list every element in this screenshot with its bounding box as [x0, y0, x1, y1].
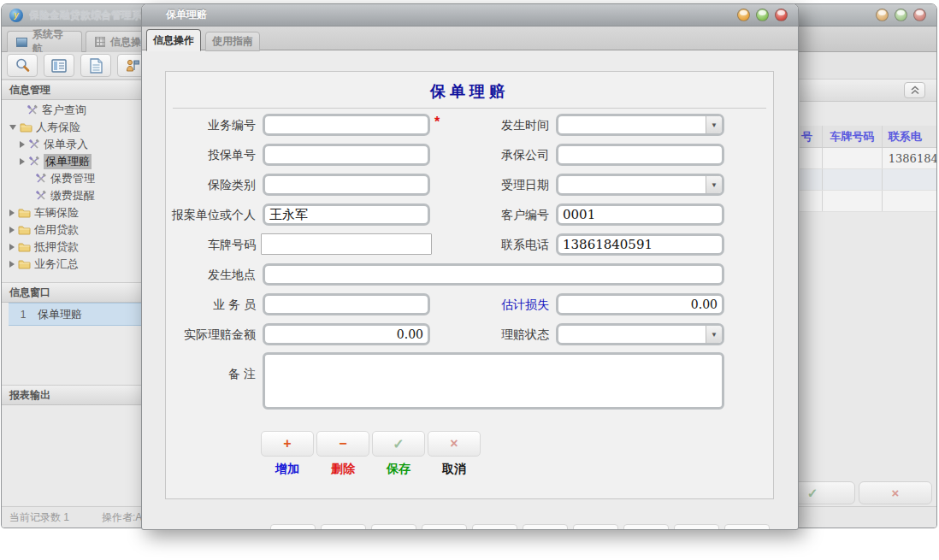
close-button[interactable]	[913, 9, 926, 21]
tool-icon	[35, 173, 47, 185]
bottom-toolbar-button[interactable]	[523, 524, 568, 530]
bottom-toolbar-button[interactable]	[472, 524, 517, 530]
bottom-toolbar-button[interactable]	[674, 524, 719, 530]
bottom-toolbar-button[interactable]	[573, 524, 618, 530]
tab-user-guide[interactable]: 使用指南	[205, 32, 260, 51]
customer-no-input[interactable]	[556, 203, 724, 226]
label-occur-time: 发生时间	[448, 114, 549, 136]
bottom-toolbar-button[interactable]	[321, 524, 366, 530]
add-button-label[interactable]: 增加	[261, 462, 314, 477]
list-button[interactable]	[44, 54, 74, 77]
section-header-info-window[interactable]: 信息窗口	[2, 282, 141, 303]
cancel-button[interactable]: ×	[428, 431, 481, 457]
table-row[interactable]	[800, 169, 936, 191]
section-header-info-management[interactable]: 信息管理	[2, 80, 141, 100]
search-button[interactable]	[7, 54, 38, 77]
delete-button-label[interactable]: 删除	[316, 462, 369, 477]
check-icon: ✓	[393, 436, 404, 452]
sidebar-item-policy-entry[interactable]: 保单录入	[2, 136, 142, 153]
label-remark: 备 注	[163, 363, 256, 385]
actual-amount-input[interactable]	[263, 323, 430, 345]
bottom-toolbar-button[interactable]	[724, 524, 770, 530]
table-row[interactable]: 13861840591	[800, 148, 936, 169]
cross-icon: ×	[450, 436, 458, 451]
phone-input[interactable]	[556, 233, 724, 256]
cross-icon: ×	[892, 486, 900, 500]
insurer-input[interactable]	[556, 144, 724, 166]
sidebar-item-policy-claims[interactable]: 保单理赔	[2, 153, 142, 170]
reporter-input[interactable]	[263, 203, 430, 226]
plate-no-input[interactable]	[261, 233, 432, 255]
sidebar-item-credit-loan[interactable]: 信用贷款	[2, 221, 142, 239]
estimated-loss-input[interactable]	[556, 293, 724, 315]
tab-system-nav[interactable]: 系统导航	[7, 31, 82, 52]
maximize-button[interactable]	[756, 9, 769, 21]
sidebar-item-customer-query[interactable]: 客户查询	[2, 102, 142, 119]
accept-date-select[interactable]: ▼	[556, 174, 724, 196]
collapse-button[interactable]	[904, 82, 925, 98]
bottom-toolbar-button[interactable]	[422, 524, 467, 530]
claims-form: 保单理赔 业务编号 * 发生时间 ▼ 投保单号 承保公司 保险类别 受理日期 ▼	[165, 71, 774, 499]
location-input[interactable]	[263, 263, 724, 286]
tab-info-operate[interactable]: 信息操作	[146, 29, 201, 51]
chevron-right-icon[interactable]	[20, 141, 25, 148]
chevron-right-icon[interactable]	[9, 227, 15, 233]
table-header-row: 号 车牌号码 联系电	[800, 126, 936, 148]
dialog-titlebar[interactable]: 保单理赔	[142, 4, 798, 27]
folder-icon	[20, 122, 32, 133]
insurance-type-input[interactable]	[263, 174, 430, 196]
sidebar-item-vehicle-insurance[interactable]: 车辆保险	[2, 204, 142, 221]
bottom-toolbar-button[interactable]	[371, 524, 416, 530]
business-no-input[interactable]	[263, 114, 430, 136]
bottom-toolbar-button[interactable]	[623, 524, 669, 530]
delete-button[interactable]: −	[316, 431, 369, 457]
document-icon	[90, 58, 103, 74]
minus-icon: −	[339, 436, 346, 451]
sidebar-item-mortgage-loan[interactable]: 抵押贷款	[2, 239, 142, 256]
column-header[interactable]: 号	[800, 126, 823, 147]
claim-status-select[interactable]: ▼	[556, 323, 724, 345]
tree-item-label-selected: 保单理赔	[44, 154, 92, 169]
label-insurer: 承保公司	[448, 144, 549, 166]
column-header-phone[interactable]: 联系电	[883, 126, 936, 147]
folder-icon	[18, 208, 31, 218]
chevron-right-icon[interactable]	[20, 158, 25, 165]
info-window-row[interactable]: 1 保单理赔	[9, 303, 141, 326]
save-button-label[interactable]: 保存	[372, 462, 425, 477]
background-cancel-button[interactable]: ×	[859, 481, 932, 504]
cancel-button-label[interactable]: 取消	[428, 462, 481, 477]
dropdown-button[interactable]: ▼	[706, 326, 722, 343]
chevron-right-icon[interactable]	[9, 244, 15, 251]
table-row[interactable]	[800, 191, 936, 212]
section-header-report-output[interactable]: 报表输出	[2, 385, 141, 405]
bottom-toolbar-button[interactable]	[270, 524, 316, 530]
chevron-down-icon[interactable]	[9, 125, 16, 130]
sidebar-item-payment-reminder[interactable]: 缴费提醒	[2, 187, 142, 204]
records-table: 号 车牌号码 联系电 13861840591	[800, 126, 936, 212]
dropdown-button[interactable]: ▼	[706, 116, 722, 133]
column-header-plate[interactable]: 车牌号码	[823, 126, 883, 147]
close-button[interactable]	[775, 9, 788, 21]
document-button[interactable]	[80, 54, 111, 77]
tree-item-label: 客户查询	[42, 103, 86, 118]
window-icon	[16, 38, 27, 47]
minimize-button[interactable]	[876, 9, 889, 21]
sidebar-item-business-summary[interactable]: 业务汇总	[2, 256, 142, 273]
list-icon	[51, 59, 67, 73]
maximize-button[interactable]	[895, 9, 907, 21]
occur-time-select[interactable]: ▼	[556, 114, 724, 136]
tree-item-label: 信用贷款	[34, 222, 79, 238]
tree-item-label: 业务汇总	[34, 256, 79, 272]
dropdown-button[interactable]: ▼	[706, 176, 722, 193]
salesman-input[interactable]	[263, 293, 430, 315]
save-button[interactable]: ✓	[372, 431, 425, 457]
minimize-button[interactable]	[737, 9, 750, 21]
policy-no-input[interactable]	[263, 144, 430, 166]
chevron-right-icon[interactable]	[9, 209, 15, 216]
sidebar-item-life-insurance[interactable]: 人寿保险	[2, 119, 142, 136]
sidebar-item-premium-management[interactable]: 保费管理	[2, 170, 142, 187]
tree-item-label: 保单录入	[44, 137, 88, 152]
chevron-right-icon[interactable]	[9, 261, 15, 268]
remark-textarea[interactable]	[263, 352, 724, 410]
add-button[interactable]: +	[261, 431, 314, 457]
